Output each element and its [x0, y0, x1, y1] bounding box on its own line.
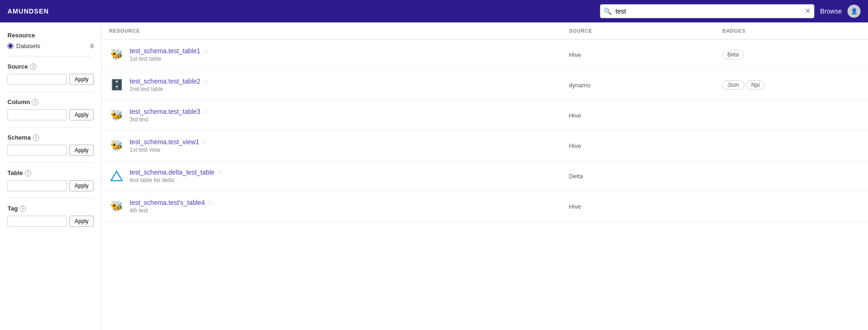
resource-cell-6: 🐝 test_schema.test's_table4 ☆ 4th test — [102, 191, 561, 222]
filter-source: Source i Apply — [7, 63, 94, 85]
source-text-5: Delta — [569, 173, 583, 180]
search-clear-icon[interactable]: ✕ — [805, 7, 811, 15]
source-apply-button[interactable]: Apply — [69, 74, 94, 85]
filter-table: Table i Apply — [7, 169, 94, 191]
resource-cell-4: 🐝 test_schema.test_view1 ☆ 1st test view — [102, 131, 561, 161]
search-input[interactable] — [600, 4, 814, 18]
table-row: test_schema.delta_test_table ☆ test tabl… — [102, 161, 868, 191]
star-icon-6[interactable]: ☆ — [207, 199, 214, 206]
resource-cell-1: 🐝 test_schema.test_table1 ☆ 1st test tab… — [102, 40, 561, 70]
star-icon-3[interactable]: ☆ — [203, 108, 209, 115]
star-icon-5[interactable]: ☆ — [217, 169, 223, 176]
schema-input[interactable] — [7, 145, 67, 156]
table-apply-button[interactable]: Apply — [69, 180, 94, 191]
hive-icon: 🐝 — [110, 200, 123, 212]
column-info-icon: i — [32, 99, 38, 105]
resource-info-5: test_schema.delta_test_table ☆ test tabl… — [130, 169, 223, 183]
badges-cell-5 — [715, 161, 868, 191]
schema-apply-button[interactable]: Apply — [69, 145, 94, 156]
resource-info-1: test_schema.test_table1 ☆ 1st test table — [130, 47, 209, 62]
resource-datasets-label: Datasets — [16, 42, 40, 49]
filter-column-label: Column — [7, 98, 30, 105]
filter-schema: Schema i Apply — [7, 134, 94, 156]
badges-cell-2: JsonNpi — [715, 70, 868, 100]
hive-icon: 🐝 — [110, 49, 123, 61]
badges-cell-3 — [715, 100, 868, 131]
resource-info-2: test_schema.test_table2 ☆ 2nd test table — [130, 77, 209, 92]
resource-cell-5: test_schema.delta_test_table ☆ test tabl… — [102, 161, 561, 191]
filter-schema-row: Apply — [7, 145, 94, 156]
header-right: 🔍 ✕ Browse 👤 — [600, 4, 861, 18]
table-row: 🗄️ test_schema.test_table2 ☆ 2nd test ta… — [102, 70, 868, 100]
resource-icon-6: 🐝 — [109, 199, 124, 214]
hive-icon: 🐝 — [110, 109, 123, 121]
source-input[interactable] — [7, 74, 67, 85]
divider-4 — [7, 162, 94, 163]
table-body: 🐝 test_schema.test_table1 ☆ 1st test tab… — [102, 40, 868, 222]
table-header: RESOURCE SOURCE BADGES — [102, 22, 868, 40]
badge: Beta — [722, 50, 744, 59]
star-icon-1[interactable]: ☆ — [203, 47, 209, 55]
resource-link-5[interactable]: test_schema.delta_test_table — [130, 169, 214, 176]
badge: Npi — [746, 80, 765, 90]
star-icon-2[interactable]: ☆ — [203, 77, 209, 85]
badges-cell-4 — [715, 131, 868, 161]
col-header-badges: BADGES — [715, 22, 868, 40]
table-row: 🐝 test_schema.test_table3 ☆ 3rd test Hiv… — [102, 100, 868, 131]
source-text-2: dynamo — [569, 82, 590, 89]
resource-datasets-radio[interactable] — [7, 43, 14, 49]
badges-cell-1: Beta — [715, 40, 868, 70]
source-text-3: Hive — [569, 112, 581, 119]
resource-icon-5 — [109, 169, 124, 183]
resource-cell-2: 🗄️ test_schema.test_table2 ☆ 2nd test ta… — [102, 70, 561, 100]
resource-info-3: test_schema.test_table3 ☆ 3rd test — [130, 108, 209, 123]
resource-desc-3: 3rd test — [130, 116, 209, 123]
resource-name-row-5: test_schema.delta_test_table ☆ — [130, 169, 223, 176]
resource-link-2[interactable]: test_schema.test_table2 — [130, 77, 200, 85]
browse-button[interactable]: Browse — [820, 7, 842, 15]
resource-name-row-3: test_schema.test_table3 ☆ — [130, 108, 209, 115]
divider-1 — [7, 56, 94, 56]
resource-info-6: test_schema.test's_table4 ☆ 4th test — [130, 199, 214, 214]
schema-info-icon: i — [33, 134, 39, 141]
filter-tag-row: Apply — [7, 216, 94, 227]
search-wrapper: 🔍 ✕ — [600, 4, 814, 18]
table-info-icon: i — [25, 170, 31, 176]
tag-apply-button[interactable]: Apply — [69, 216, 94, 227]
filter-column: Column i Apply — [7, 98, 94, 120]
resource-desc-4: 1st test view — [130, 147, 208, 153]
star-icon-4[interactable]: ☆ — [202, 138, 208, 146]
source-cell-5: Delta — [561, 161, 715, 191]
filter-table-label: Table — [7, 169, 23, 176]
filter-table-row: Apply — [7, 180, 94, 191]
source-cell-2: dynamo — [561, 70, 715, 100]
filter-schema-label: Schema — [7, 134, 31, 141]
table-input[interactable] — [7, 180, 67, 191]
tag-input[interactable] — [7, 216, 67, 227]
resource-link-1[interactable]: test_schema.test_table1 — [130, 47, 200, 55]
badges-cell-6 — [715, 191, 868, 222]
source-text-1: Hive — [569, 51, 581, 58]
resource-link-6[interactable]: test_schema.test's_table4 — [130, 199, 205, 206]
col-header-source: SOURCE — [561, 22, 715, 40]
filter-tag: Tag i Apply — [7, 205, 94, 227]
resource-datasets-count: 6 — [90, 42, 94, 49]
divider-5 — [7, 198, 94, 198]
dynamo-icon: 🗄️ — [110, 79, 123, 91]
resource-icon-3: 🐝 — [109, 108, 124, 123]
resource-link-3[interactable]: test_schema.test_table3 — [130, 108, 200, 115]
divider-3 — [7, 127, 94, 127]
resource-name-row-6: test_schema.test's_table4 ☆ — [130, 199, 214, 206]
table-row: 🐝 test_schema.test_table1 ☆ 1st test tab… — [102, 40, 868, 70]
column-apply-button[interactable]: Apply — [69, 109, 94, 120]
resource-link-4[interactable]: test_schema.test_view1 — [130, 138, 199, 146]
filter-tag-label: Tag — [7, 205, 18, 212]
resource-icon-1: 🐝 — [109, 47, 124, 62]
resource-name-row-1: test_schema.test_table1 ☆ — [130, 47, 209, 55]
column-input[interactable] — [7, 109, 67, 120]
resource-section-title: Resource — [7, 32, 94, 39]
resource-cell-3: 🐝 test_schema.test_table3 ☆ 3rd test — [102, 100, 561, 131]
resource-desc-6: 4th test — [130, 207, 214, 214]
source-text-6: Hive — [569, 203, 581, 210]
source-cell-1: Hive — [561, 40, 715, 70]
